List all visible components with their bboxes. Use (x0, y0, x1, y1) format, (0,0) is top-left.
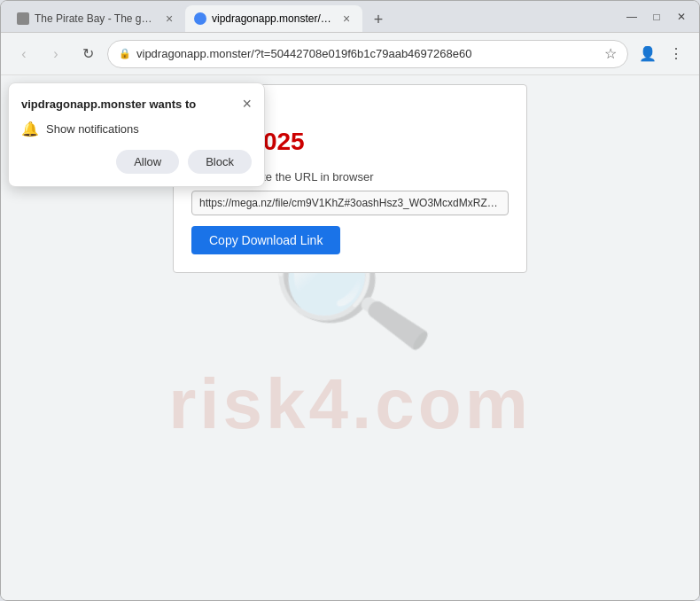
refresh-button[interactable]: ↻ (75, 42, 100, 66)
tab-label-piratebay: The Pirate Bay - The galaxy's m... (35, 12, 157, 25)
omnibox[interactable]: 🔒 vipdragonapp.monster/?t=50442708e019f6… (107, 40, 628, 68)
lock-icon: 🔒 (119, 48, 131, 59)
tab-piratebay[interactable]: The Pirate Bay - The galaxy's m... × (8, 5, 185, 32)
bell-icon: 🔔 (21, 121, 39, 137)
page-content: 🔍 risk4.com ready... d is: 2025 Copy and… (1, 75, 699, 600)
menu-icon[interactable]: ⋮ (664, 42, 688, 66)
toolbar-icons: 👤 ⋮ (635, 42, 688, 66)
popup-notification-row: 🔔 Show notifications (21, 121, 252, 137)
tab-favicon-vipdragon (194, 12, 206, 25)
tab-vipdragon[interactable]: vipdragonapp.monster/?t=504... × (185, 5, 362, 32)
maximize-button[interactable]: □ (646, 6, 667, 27)
tab-close-piratebay[interactable]: × (162, 12, 176, 26)
browser-window: The Pirate Bay - The galaxy's m... × vip… (0, 0, 700, 601)
url-display: vipdragonapp.monster/?t=50442708e019f6b1… (136, 47, 599, 60)
show-notifications-label: Show notifications (46, 122, 139, 136)
popup-header: vipdragonapp.monster wants to × (21, 96, 252, 112)
new-tab-button[interactable]: + (366, 7, 391, 32)
tab-strip: The Pirate Bay - The galaxy's m... × vip… (8, 1, 614, 32)
block-button[interactable]: Block (188, 150, 252, 174)
tab-close-vipdragon[interactable]: × (339, 12, 354, 26)
allow-button[interactable]: Allow (116, 150, 179, 174)
minimize-button[interactable]: — (621, 6, 642, 27)
back-button[interactable]: ‹ (12, 42, 36, 66)
notification-popup: vipdragonapp.monster wants to × 🔔 Show n… (8, 82, 265, 187)
popup-actions: Allow Block (21, 150, 252, 174)
address-bar: ‹ › ↻ 🔒 vipdragonapp.monster/?t=50442708… (1, 33, 699, 75)
profile-icon[interactable]: 👤 (635, 42, 660, 66)
window-controls: — □ ✕ (621, 6, 692, 27)
close-button[interactable]: ✕ (671, 6, 692, 27)
forward-button[interactable]: › (43, 42, 68, 66)
url-display-field[interactable]: https://mega.nz/file/cm9V1KhZ#3oashHsz3_… (191, 191, 509, 215)
popup-title: vipdragonapp.monster wants to (21, 98, 196, 111)
popup-close-button[interactable]: × (242, 96, 252, 112)
title-bar: The Pirate Bay - The galaxy's m... × vip… (1, 1, 699, 33)
copy-download-link-button[interactable]: Copy Download Link (191, 226, 340, 254)
tab-label-vipdragon: vipdragonapp.monster/?t=504... (212, 12, 334, 25)
tab-favicon-piratebay (17, 12, 29, 25)
bookmark-icon[interactable]: ☆ (604, 45, 617, 62)
